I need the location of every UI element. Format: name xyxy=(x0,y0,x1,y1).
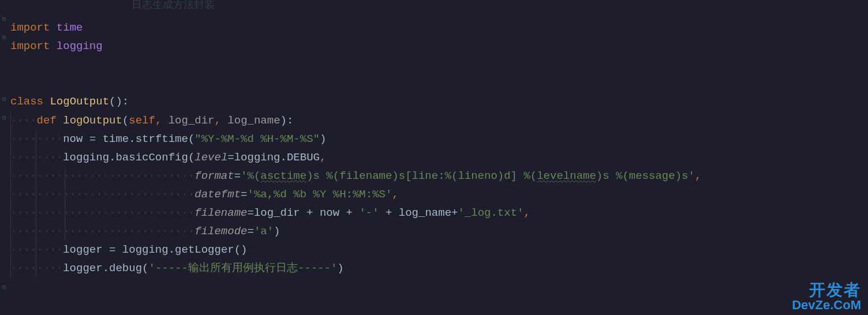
attr: DEBUG xyxy=(287,151,320,164)
keyword: class xyxy=(10,95,43,108)
kwarg: format xyxy=(194,170,234,182)
code-line: ····························datefmt='%a,… xyxy=(10,185,868,204)
variable: log_name xyxy=(399,207,451,219)
indent-dots: ···························· xyxy=(10,170,194,182)
string: 'a' xyxy=(254,225,274,238)
keyword: def xyxy=(37,114,57,127)
kwarg: datefmt xyxy=(194,188,241,201)
keyword: import xyxy=(10,40,50,52)
code-line: ····························format='%(as… xyxy=(10,167,868,185)
variable: now xyxy=(320,207,339,219)
variable: logger xyxy=(63,262,102,275)
kwarg: filemode xyxy=(194,225,247,238)
indent-dots: ········ xyxy=(10,243,63,256)
code-area[interactable]: 日志生成方法封装 import time import logging clas… xyxy=(10,0,868,315)
code-line: ········logger = logging.getLogger() xyxy=(10,241,868,259)
operator: + xyxy=(300,207,320,219)
code-editor[interactable]: ⊟ ⊟ ⊟ ⊟ ⊟ 日志生成方法封装 import time import lo… xyxy=(0,0,868,315)
code-line: import time xyxy=(10,18,868,37)
module-ref: logging xyxy=(122,243,169,256)
code-line: import logging xyxy=(10,37,868,55)
fold-icon[interactable]: ⊟ xyxy=(2,35,8,40)
fold-icon[interactable]: ⊟ xyxy=(2,16,8,22)
string: "%Y-%M-%d %H-%M-%S" xyxy=(194,133,320,145)
fold-icon[interactable]: ⊟ xyxy=(2,96,8,102)
self-param: self xyxy=(129,114,155,127)
indent-dots: ···························· xyxy=(10,188,194,201)
code-line xyxy=(10,278,868,296)
code-line: ····def logOutput(self, log_dir, log_nam… xyxy=(10,111,868,130)
keyword: import xyxy=(10,21,50,34)
fold-icon[interactable]: ⊟ xyxy=(2,115,8,121)
module-ref: time xyxy=(103,133,129,145)
kwarg: level xyxy=(194,151,227,164)
variable: logger xyxy=(63,243,102,256)
code-line: ········logger.debug('-----输出所有用例执行日志---… xyxy=(10,259,868,278)
function-call: basicConfig xyxy=(115,151,188,164)
module-ref: logging xyxy=(234,151,280,164)
string: '_log.txt' xyxy=(458,207,523,219)
indent-dots: ···· xyxy=(10,114,37,127)
string: '-' xyxy=(359,207,379,219)
param: log_name xyxy=(227,114,280,127)
class-name: LogOutput xyxy=(50,95,109,108)
code-line: ····························filemode='a'… xyxy=(10,222,868,241)
module: logging xyxy=(57,40,103,52)
indent-dots: ········ xyxy=(10,262,63,275)
module: time xyxy=(57,21,83,34)
function-name: logOutput xyxy=(63,114,122,127)
indent-dots: ···························· xyxy=(10,225,194,238)
function-call: strftime xyxy=(136,133,188,145)
indent-dots: ········ xyxy=(10,151,63,164)
param: log_dir xyxy=(169,114,215,127)
indent-dots: ········ xyxy=(10,133,63,145)
fold-icon[interactable]: ⊟ xyxy=(2,284,8,290)
module-ref: logging xyxy=(63,151,109,164)
variable: log_dir xyxy=(254,207,300,219)
function-call: debug xyxy=(109,262,142,275)
code-line: ····························filename=log… xyxy=(10,204,868,222)
operator: + xyxy=(379,207,399,219)
indent-dots: ···························· xyxy=(10,207,194,219)
code-line xyxy=(10,55,868,74)
function-call: getLogger xyxy=(175,243,234,256)
operator: + xyxy=(339,207,359,219)
code-line: class LogOutput(): xyxy=(10,92,868,111)
variable: now xyxy=(63,133,83,145)
string: '%a,%d %b %Y %H:%M:%S' xyxy=(248,188,392,201)
code-line: ········now = time.strftime("%Y-%M-%d %H… xyxy=(10,130,868,148)
code-line xyxy=(10,0,868,18)
gutter: ⊟ ⊟ ⊟ ⊟ ⊟ xyxy=(0,0,10,315)
string: '-----输出所有用例执行日志-----' xyxy=(148,262,337,275)
kwarg: filename xyxy=(194,207,247,219)
code-line: ········logging.basicConfig(level=loggin… xyxy=(10,148,868,167)
string: '%(asctime)s %(filename)s[line:%(lineno)… xyxy=(241,170,695,182)
code-line xyxy=(10,74,868,92)
